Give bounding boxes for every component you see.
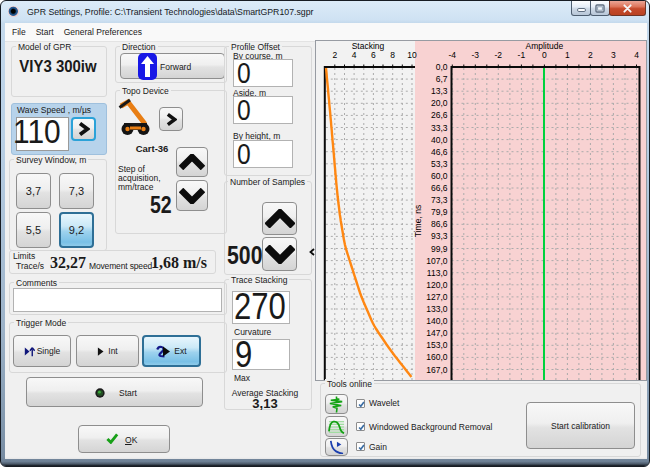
svg-text:127,0: 127,0	[426, 292, 448, 302]
svg-text:2: 2	[332, 50, 337, 60]
svg-text:73,3: 73,3	[431, 195, 448, 205]
svg-text:40,0: 40,0	[431, 135, 448, 145]
svg-text:133,0: 133,0	[426, 304, 448, 314]
svg-text:86,6: 86,6	[431, 219, 448, 229]
svg-text:66,6: 66,6	[431, 183, 448, 193]
svg-text:147,0: 147,0	[426, 328, 448, 338]
svg-text:33,3: 33,3	[431, 123, 448, 133]
svg-text:167,0: 167,0	[426, 365, 448, 375]
svg-text:140,0: 140,0	[426, 316, 448, 326]
svg-text:120,0: 120,0	[426, 280, 448, 290]
svg-text:-1: -1	[518, 50, 526, 60]
svg-text:53,3: 53,3	[431, 159, 448, 169]
svg-text:8: 8	[390, 50, 395, 60]
svg-text:113,0: 113,0	[427, 268, 448, 278]
svg-text:Time, ns: Time, ns	[413, 205, 423, 237]
svg-text:6,7: 6,7	[436, 74, 448, 84]
svg-text:4: 4	[634, 50, 639, 60]
svg-text:13,3: 13,3	[431, 86, 448, 96]
svg-text:93,3: 93,3	[431, 231, 448, 241]
svg-text:-3: -3	[472, 50, 480, 60]
svg-text:107,0: 107,0	[426, 256, 448, 266]
svg-text:2: 2	[588, 50, 593, 60]
svg-text:Stacking: Stacking	[352, 41, 385, 51]
svg-text:153,0: 153,0	[426, 340, 448, 350]
svg-text:160,0: 160,0	[426, 352, 448, 362]
svg-text:0: 0	[542, 50, 547, 60]
svg-text:99,9: 99,9	[431, 244, 448, 254]
svg-text:20,0: 20,0	[431, 98, 448, 108]
svg-text:1: 1	[565, 50, 570, 60]
svg-text:6: 6	[371, 50, 376, 60]
svg-text:46,6: 46,6	[431, 147, 448, 157]
svg-text:-2: -2	[495, 50, 503, 60]
svg-text:79,9: 79,9	[431, 207, 448, 217]
svg-text:3: 3	[611, 50, 616, 60]
svg-text:26,6: 26,6	[431, 110, 448, 120]
svg-text:-4: -4	[449, 50, 457, 60]
svg-text:10: 10	[407, 50, 417, 60]
svg-text:0,0: 0,0	[436, 62, 448, 72]
svg-text:4: 4	[352, 50, 357, 60]
svg-text:60,0: 60,0	[431, 171, 448, 181]
